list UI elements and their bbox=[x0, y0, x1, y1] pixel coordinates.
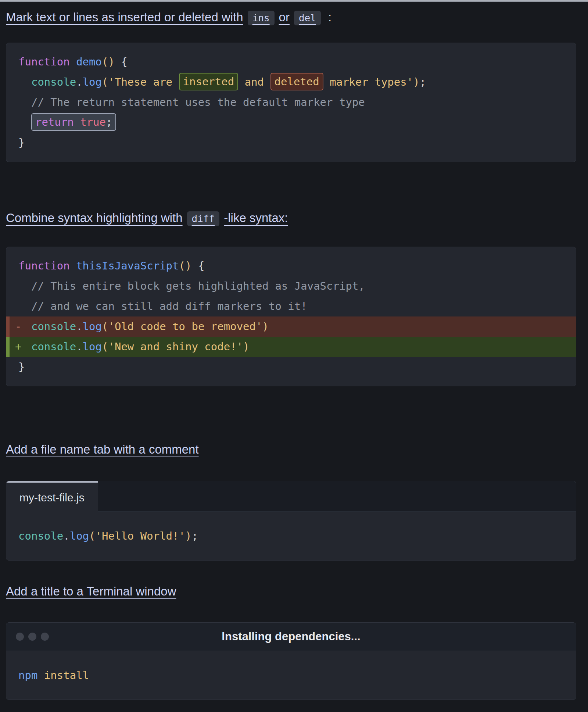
code-line: function demo() { bbox=[6, 52, 576, 72]
code-token: ) bbox=[413, 76, 419, 88]
code-marker-box: deleted bbox=[270, 73, 323, 90]
diff-minus-marker: - bbox=[15, 316, 21, 337]
terminal-header: Installing dependencies... bbox=[6, 623, 576, 651]
code-token: 'Hello World!' bbox=[96, 530, 185, 542]
code-token: { bbox=[115, 56, 128, 68]
code-marker-box: inserted bbox=[179, 73, 239, 90]
code-token: ; bbox=[420, 76, 426, 88]
code-token: 'These are bbox=[108, 76, 179, 88]
diff-plus-marker: + bbox=[15, 337, 21, 357]
code-token: function bbox=[18, 260, 76, 272]
code-block-file-tab: my-test-file.js console.log('Hello World… bbox=[6, 481, 576, 561]
code-line: // The return statement uses the default… bbox=[6, 92, 576, 112]
link-text-tail: -like syntax: bbox=[224, 211, 288, 225]
code-line: function thisIsJavaScript() { bbox=[6, 256, 576, 276]
link-text-mid: or bbox=[279, 10, 290, 24]
terminal-title: Installing dependencies... bbox=[222, 630, 360, 643]
tab-bar: my-test-file.js bbox=[6, 481, 576, 512]
section-lead-ins-del: Mark text or lines as inserted or delete… bbox=[6, 9, 582, 26]
section-lead-file-tab: Add a file name tab with a comment bbox=[6, 441, 582, 458]
code-token: 'New and shiny code!' bbox=[108, 340, 243, 353]
section-lead-terminal: Add a title to a Terminal window bbox=[6, 583, 582, 600]
code-token: deleted bbox=[275, 75, 319, 88]
link-text: Mark text or lines as inserted or delete… bbox=[6, 10, 243, 24]
code-token: ( bbox=[89, 530, 95, 542]
code-token: // The return statement uses the default… bbox=[18, 96, 365, 108]
code-token: } bbox=[18, 136, 25, 149]
code-token: log bbox=[83, 320, 102, 333]
section-lead-diff: Combine syntax highlighting withdiff-lik… bbox=[6, 210, 582, 226]
code-token: and bbox=[238, 76, 270, 88]
code-token: () bbox=[179, 260, 192, 272]
link-ins-del[interactable]: Mark text or lines as inserted or delete… bbox=[6, 10, 325, 24]
code-token: log bbox=[83, 76, 102, 88]
code-token: ) bbox=[243, 340, 249, 353]
code-token: } bbox=[18, 361, 25, 373]
code-token: . bbox=[76, 340, 82, 353]
code-token: return bbox=[35, 116, 80, 128]
code-token: inserted bbox=[183, 75, 234, 88]
code-line: - console.log('Old code to be removed') bbox=[6, 316, 576, 337]
code-content: function thisIsJavaScript() { // This en… bbox=[6, 247, 576, 386]
code-token: console bbox=[18, 530, 63, 542]
code-block-diff-markers: function thisIsJavaScript() { // This en… bbox=[6, 247, 576, 386]
code-marker-box: return true; bbox=[31, 113, 116, 131]
code-line: // and we can still add diff markers to … bbox=[6, 296, 576, 316]
code-token: thisIsJavaScript bbox=[76, 260, 179, 272]
code-token: ) bbox=[185, 530, 191, 542]
code-line: return true; bbox=[6, 112, 576, 133]
code-token: { bbox=[191, 260, 204, 272]
code-token: . bbox=[63, 530, 69, 542]
code-line: // This entire block gets highlighted as… bbox=[6, 276, 576, 296]
code-token: ( bbox=[102, 320, 108, 333]
code-token: npm bbox=[18, 669, 37, 681]
code-content: console.log('Hello World!'); bbox=[6, 512, 576, 560]
code-block-ins-del-demo: function demo() { console.log('These are… bbox=[6, 43, 576, 162]
code-line: npm install bbox=[6, 665, 576, 686]
code-token: // and we can still add diff markers to … bbox=[18, 300, 307, 312]
code-token: ; bbox=[106, 116, 112, 128]
code-line: } bbox=[6, 133, 576, 153]
window-dots-icon bbox=[16, 633, 49, 641]
code-token: console bbox=[18, 320, 76, 333]
code-line: + console.log('New and shiny code!') bbox=[6, 337, 576, 357]
code-content: npm install bbox=[6, 651, 576, 700]
terminal-window: Installing dependencies... npm install bbox=[6, 622, 576, 700]
code-token: ( bbox=[102, 76, 108, 88]
code-token: log bbox=[70, 530, 89, 542]
code-token: demo bbox=[76, 56, 102, 68]
code-token: ( bbox=[102, 340, 108, 353]
link-file-name-tab[interactable]: Add a file name tab with a comment bbox=[6, 443, 199, 456]
link-text: Combine syntax highlighting with bbox=[6, 211, 183, 225]
code-token: function bbox=[18, 56, 76, 68]
inline-code-ins: ins bbox=[248, 11, 275, 25]
code-token: // This entire block gets highlighted as… bbox=[18, 280, 365, 292]
code-token: . bbox=[76, 76, 82, 88]
inline-code-diff: diff bbox=[187, 211, 220, 226]
code-token: console bbox=[18, 340, 76, 353]
link-terminal-title[interactable]: Add a title to a Terminal window bbox=[6, 584, 176, 598]
code-token: 'Old code to be removed' bbox=[108, 320, 262, 333]
top-edge-strip bbox=[0, 0, 588, 2]
code-token: marker types' bbox=[323, 76, 413, 88]
code-token: () bbox=[102, 56, 115, 68]
inline-code-del: del bbox=[294, 11, 321, 25]
code-token: ) bbox=[262, 320, 269, 333]
link-diff-syntax[interactable]: Combine syntax highlighting withdiff-lik… bbox=[6, 211, 288, 225]
code-token: true bbox=[80, 116, 106, 128]
code-line: } bbox=[6, 357, 576, 377]
code-token: log bbox=[83, 340, 102, 353]
code-line: console.log('Hello World!'); bbox=[6, 526, 576, 546]
code-line: console.log('These are inserted and dele… bbox=[6, 72, 576, 92]
code-token: install bbox=[37, 669, 89, 681]
lead-colon: : bbox=[328, 10, 331, 24]
code-content: function demo() { console.log('These are… bbox=[6, 43, 576, 162]
code-token: console bbox=[18, 76, 76, 88]
file-tab[interactable]: my-test-file.js bbox=[6, 481, 98, 513]
code-token: ; bbox=[191, 530, 198, 542]
code-token: . bbox=[76, 320, 82, 333]
code-token bbox=[18, 116, 31, 129]
